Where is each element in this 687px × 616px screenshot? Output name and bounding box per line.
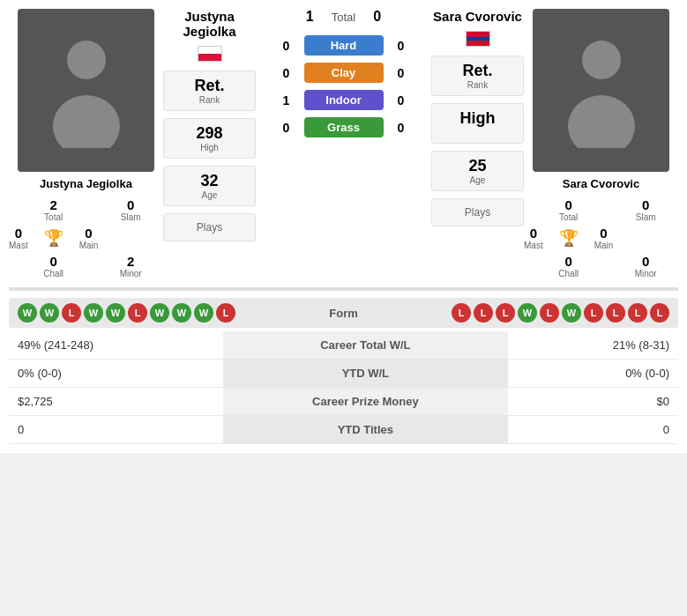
- section-divider: [9, 287, 678, 291]
- player2-age-box: 25 Age: [431, 151, 524, 191]
- stat-right-2: $0: [508, 388, 678, 416]
- player2-stats: 0 Total 0 Slam 0 Mast 🏆 0 Main: [524, 197, 678, 278]
- stats-row: 0 YTD Titles 0: [9, 416, 678, 444]
- court-grass-badge: Grass: [304, 117, 384, 137]
- svg-point-3: [568, 95, 635, 148]
- player1-plays-box: Plays: [163, 213, 256, 241]
- player2-form: LLLWLWLLLL: [452, 303, 669, 323]
- stat-right-3: 0: [508, 416, 678, 444]
- stat-label-0: Career Total W/L: [223, 331, 508, 360]
- form-badge: L: [540, 303, 559, 323]
- player2-card: Sara Cvorovic 0 Total 0 Slam 0 Mast 🏆: [524, 9, 678, 278]
- court-row-grass: 0 Grass 0: [265, 117, 422, 137]
- stat-right-0: 21% (8-31): [508, 331, 678, 360]
- court-row-clay: 0 Clay 0: [265, 63, 422, 83]
- stats-table: 49% (241-248) Career Total W/L 21% (8-31…: [9, 331, 678, 444]
- form-badge: W: [18, 303, 37, 323]
- player2-name-center: Sara Cvorovic: [433, 9, 522, 24]
- player2-mast-main: 0 Mast 🏆 0 Main: [524, 226, 613, 250]
- form-badge: W: [84, 303, 103, 323]
- form-badge: L: [606, 303, 625, 323]
- player2-plays-box: Plays: [431, 198, 524, 226]
- player2-avatar: [533, 9, 669, 172]
- stats-row: $2,725 Career Prize Money $0: [9, 388, 678, 416]
- stat-right-1: 0% (0-0): [508, 360, 678, 388]
- stat-left-1: 0% (0-0): [9, 360, 223, 388]
- stat-left-2: $2,725: [9, 388, 223, 416]
- stat-label-3: YTD Titles: [223, 416, 508, 444]
- stat-label-1: YTD W/L: [223, 360, 508, 388]
- player2-slam-value: 0 Slam: [613, 197, 678, 222]
- court-row-hard: 0 Hard 0: [265, 35, 422, 56]
- player1-minor-value: 2 Minor: [98, 254, 163, 278]
- form-section: WWLWWLWWWL Form LLLWLWLLLL: [9, 298, 678, 328]
- total-label: Total: [332, 11, 355, 24]
- form-badge: L: [584, 303, 603, 323]
- player1-avatar: [18, 9, 154, 172]
- form-badge: L: [62, 303, 81, 323]
- svg-point-0: [67, 41, 106, 79]
- form-badge: W: [172, 303, 191, 323]
- form-badge: L: [650, 303, 669, 323]
- player1-age-box: 32 Age: [163, 166, 256, 206]
- form-badge: W: [194, 303, 213, 323]
- form-badge: W: [150, 303, 169, 323]
- player1-rank-box: Ret. Rank: [163, 71, 256, 111]
- player-comparison: Justyna Jegiolka 2 Total 0 Slam 0 Mast 🏆: [9, 9, 678, 278]
- court-row-indoor: 1 Indoor 0: [265, 90, 422, 110]
- player1-high-box: 298 High: [163, 118, 256, 159]
- form-badge: W: [562, 303, 581, 323]
- svg-point-2: [582, 41, 621, 79]
- court-clay-badge: Clay: [304, 63, 384, 83]
- form-badge: L: [496, 303, 515, 323]
- total-row: 1 Total 0: [306, 9, 381, 25]
- player2-name: Sara Cvorovic: [563, 177, 639, 190]
- player2-chall-value: 0 Chall: [524, 254, 613, 278]
- player1-flag: [198, 46, 222, 62]
- form-badge: L: [474, 303, 493, 323]
- form-badge: L: [628, 303, 647, 323]
- player1-name: Justyna Jegiolka: [40, 177, 132, 190]
- player1-chall-value: 0 Chall: [9, 254, 98, 278]
- player2-high-box: High x: [431, 103, 524, 144]
- player1-stats: 2 Total 0 Slam 0 Mast 🏆 0 Main: [9, 197, 163, 278]
- form-badge: W: [106, 303, 125, 323]
- form-badge: L: [128, 303, 147, 323]
- courts-section: 1 Total 0 0 Hard 0 0 Clay 0 1 Indoor 0 0: [256, 9, 431, 141]
- form-badge: W: [518, 303, 537, 323]
- form-label: Form: [329, 307, 358, 320]
- player1-form: WWLWWLWWWL: [18, 303, 235, 323]
- form-badge: W: [40, 303, 59, 323]
- stat-left-3: 0: [9, 416, 223, 444]
- form-badge: L: [452, 303, 471, 323]
- player2-total-value: 0 Total: [524, 197, 613, 222]
- trophy-icon-1: 🏆: [44, 228, 63, 248]
- stats-row: 49% (241-248) Career Total W/L 21% (8-31…: [9, 331, 678, 360]
- main-container: Justyna Jegiolka 2 Total 0 Slam 0 Mast 🏆: [0, 0, 687, 453]
- court-hard-badge: Hard: [304, 35, 384, 56]
- player1-name-center: Justyna Jegiolka: [163, 9, 256, 39]
- player1-center-info: Justyna Jegiolka Ret. Rank 298 High 32 A…: [163, 9, 256, 243]
- player1-slam-value: 0 Slam: [98, 197, 163, 222]
- stats-row: 0% (0-0) YTD W/L 0% (0-0): [9, 360, 678, 388]
- trophy-icon-2: 🏆: [559, 228, 579, 248]
- stat-left-0: 49% (241-248): [9, 331, 223, 360]
- player2-center-info: Sara Cvorovic Ret. Rank High x 25 Age Pl…: [431, 9, 524, 228]
- total-score-right: 0: [373, 9, 381, 25]
- player2-flag-placeholder: [466, 31, 490, 47]
- player2-rank-box: Ret. Rank: [431, 56, 524, 96]
- court-indoor-badge: Indoor: [304, 90, 384, 110]
- player1-card: Justyna Jegiolka 2 Total 0 Slam 0 Mast 🏆: [9, 9, 163, 278]
- stat-label-2: Career Prize Money: [223, 388, 508, 416]
- total-score-left: 1: [306, 9, 314, 25]
- player2-minor-value: 0 Minor: [613, 254, 678, 278]
- player1-mast-main: 0 Mast 🏆 0 Main: [9, 226, 98, 250]
- form-badge: L: [216, 303, 235, 323]
- svg-point-1: [53, 95, 120, 148]
- player1-total-value: 2 Total: [9, 197, 98, 222]
